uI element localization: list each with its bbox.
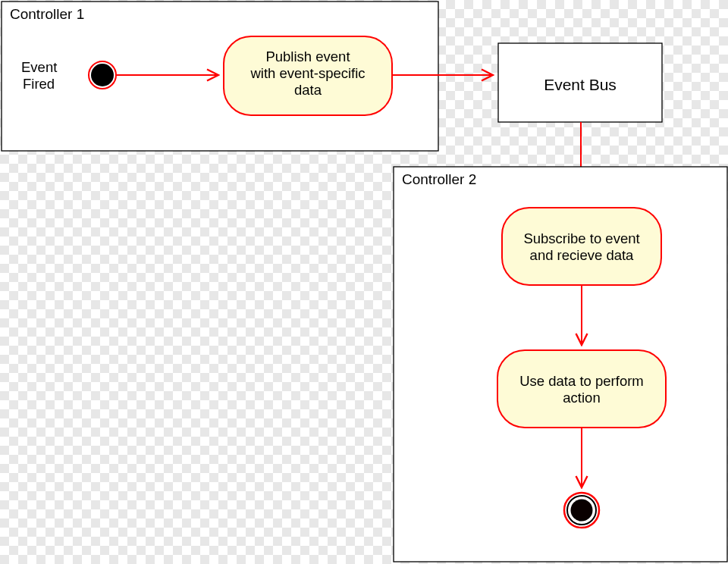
publish-line1: Publish event (265, 49, 350, 64)
use-line1: Use data to perform (519, 373, 644, 389)
subscribe-line2: and recieve data (530, 247, 635, 263)
diagram-canvas: Controller 1 Event Fired Publish event w… (0, 0, 728, 564)
controller2-title: Controller 2 (402, 171, 476, 187)
final-node (571, 500, 593, 522)
publish-line3: data (294, 82, 322, 98)
publish-line2: with event-specific (249, 65, 365, 81)
use-line2: action (563, 390, 600, 406)
event-fired-label-line1: Event (21, 59, 57, 75)
initial-node (91, 64, 114, 86)
event-bus-label: Event Bus (544, 76, 617, 93)
subscribe-line1: Subscribe to event (523, 230, 639, 246)
event-fired-label-line2: Fired (23, 76, 55, 92)
controller1-title: Controller 1 (10, 6, 84, 22)
